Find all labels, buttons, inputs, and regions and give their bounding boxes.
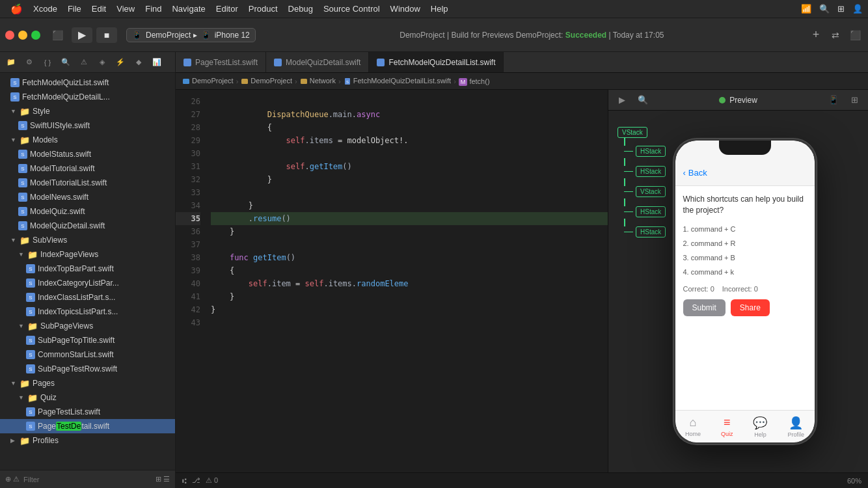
submit-button[interactable]: Submit — [683, 299, 726, 316]
line-numbers: 26 27 28 29 30 31 32 33 34 35 36 37 38 3… — [176, 90, 206, 472]
bc-demoproject-2[interactable]: DemoProject — [241, 77, 292, 85]
minimize-button[interactable] — [18, 31, 27, 40]
tab-file-icon — [274, 59, 282, 66]
settings-preview-icon[interactable]: ⊞ — [846, 93, 863, 107]
sidebar-toggle-icon[interactable]: ⬛ — [49, 27, 65, 43]
list-item[interactable]: ▼ 📁 SubViews — [0, 233, 175, 247]
list-item[interactable]: S IndexClassListPart.s... — [0, 290, 175, 305]
menu-find[interactable]: Find — [140, 3, 167, 15]
breakpoint-nav-icon[interactable]: ◆ — [130, 55, 147, 70]
code-line: } — [211, 290, 608, 303]
filter-input[interactable] — [23, 476, 152, 483]
menu-edit[interactable]: Edit — [87, 3, 111, 15]
menu-right-icons: 📶 🔍 ⊞ 👤 — [801, 4, 863, 14]
bc-method[interactable]: M fetch() — [459, 77, 490, 85]
menu-product[interactable]: Product — [243, 3, 283, 15]
tab-home[interactable]: ⌂ Home — [685, 416, 701, 437]
test-nav-icon[interactable]: ◈ — [94, 55, 111, 70]
maximize-button[interactable] — [31, 31, 40, 40]
menu-window[interactable]: Window — [385, 3, 426, 15]
inspect-icon[interactable]: 🔍 — [634, 93, 651, 107]
tab-file-icon — [183, 59, 191, 66]
list-item[interactable]: ▼ 📁 Pages — [0, 376, 175, 390]
menu-file[interactable]: File — [62, 3, 87, 15]
list-item[interactable]: S ModelNews.swift — [0, 190, 175, 204]
list-item[interactable]: ▼ 📁 Quiz — [0, 390, 175, 405]
issue-nav-icon[interactable]: ⚠ — [75, 55, 92, 70]
bc-file[interactable]: S FetchModelQuizDetailList.swift — [344, 77, 451, 85]
debug-nav-icon[interactable]: ⚡ — [112, 55, 129, 70]
menu-help[interactable]: Help — [426, 3, 454, 15]
menu-debug[interactable]: Debug — [283, 3, 318, 15]
back-button[interactable]: ‹ Back — [683, 168, 707, 178]
content-area: 📁 ⚙ { } 🔍 ⚠ ◈ ⚡ ◆ 📊 S FetchModelQuizList… — [0, 52, 868, 488]
tab-pagetestlist[interactable]: PageTestList.swift — [176, 52, 266, 72]
play-preview-icon[interactable]: ▶ — [614, 93, 631, 107]
device-selector[interactable]: 📱 DemoProject ▸ 📱 iPhone 12 — [126, 28, 256, 42]
list-item[interactable]: S SubPageTopTitle.swift — [0, 333, 175, 347]
menu-source-control[interactable]: Source Control — [318, 3, 385, 15]
tab-modelquizdetail[interactable]: ModelQuizDetail.swift — [266, 52, 369, 72]
tab-quiz[interactable]: ≡ Quiz — [721, 416, 733, 437]
folder-icon: 📁 — [20, 236, 30, 245]
preview-panel: ▶ 🔍 Preview 📱 ⊞ VStack — [608, 90, 868, 472]
list-item[interactable]: S FetchModelQuizDetailL... — [0, 90, 175, 104]
menu-editor[interactable]: Editor — [211, 3, 243, 15]
device-preview-icon[interactable]: 📱 — [825, 93, 842, 107]
list-item[interactable]: S IndexCategoryListPar... — [0, 276, 175, 290]
control-center-icon[interactable]: ⊞ — [837, 4, 845, 14]
run-button[interactable]: ▶ — [72, 27, 92, 43]
menu-xcode[interactable]: Xcode — [28, 3, 62, 15]
tab-fetchmodelquizdetaillist[interactable]: FetchModelQuizDetailList.swift — [369, 52, 504, 72]
list-item[interactable]: S ModelStatus.swift — [0, 147, 175, 161]
list-item[interactable]: S CommonStarList.swift — [0, 347, 175, 362]
source-control-nav-icon[interactable]: ⚙ — [21, 55, 38, 70]
bc-demoproject-1[interactable]: DemoProject — [182, 77, 234, 85]
chevron-down-icon: ▼ — [10, 237, 17, 243]
list-item[interactable]: S ModelTutorialList.swift — [0, 176, 175, 190]
file-tree: S FetchModelQuizList.swift S FetchModelQ… — [0, 73, 175, 470]
list-item[interactable]: S PageTestList.swift — [0, 405, 175, 419]
add-icon[interactable]: + — [808, 27, 824, 43]
folder-icon: 📁 — [20, 107, 30, 116]
list-item[interactable]: S FetchModelQuizList.swift — [0, 75, 175, 90]
swift-file-icon: S — [26, 264, 35, 273]
find-nav-icon[interactable]: 🔍 — [57, 55, 74, 70]
stop-button[interactable]: ■ — [96, 27, 117, 43]
quiz-option-1: 1. command + C — [683, 224, 807, 234]
sidebar-item-profiles[interactable]: ▶ 📁 Profiles — [0, 433, 175, 448]
share-button[interactable]: Share — [731, 299, 770, 316]
list-item[interactable]: S ModelQuiz.swift — [0, 204, 175, 219]
report-nav-icon[interactable]: 📊 — [148, 55, 165, 70]
panel-toggle-icon[interactable]: ⬛ — [847, 27, 863, 43]
code-editor[interactable]: 26 27 28 29 30 31 32 33 34 35 36 37 38 3… — [176, 90, 608, 472]
menu-view[interactable]: View — [111, 3, 140, 15]
issues-btn[interactable]: ⚠ 0 — [206, 476, 218, 485]
split-editor-icon[interactable]: ⇄ — [828, 27, 843, 43]
list-item[interactable]: ▼ 📁 IndexPageViews — [0, 247, 175, 262]
list-item[interactable]: S SwiftUIStyle.swift — [0, 118, 175, 133]
build-time: | Today at 17:05 — [609, 31, 664, 40]
swift-file-icon: S — [18, 178, 27, 187]
list-item[interactable]: S PageTestDetail.swift — [0, 419, 175, 433]
close-button[interactable] — [5, 31, 14, 40]
list-item[interactable]: ▼ 📁 Models — [0, 133, 175, 147]
list-item[interactable]: S ModelQuizDetail.swift — [0, 219, 175, 233]
code-text[interactable]: DispatchQueue.main.async { self.items = … — [206, 90, 608, 472]
build-status: Succeeded — [565, 31, 606, 40]
list-item[interactable]: S SubPageTestRow.swift — [0, 362, 175, 376]
file-navigator-icon[interactable]: 📁 — [3, 55, 20, 70]
menu-navigate[interactable]: Navigate — [167, 3, 210, 15]
apple-menu[interactable]: 🍎 — [5, 3, 28, 15]
list-item[interactable]: ▼ 📁 SubPageViews — [0, 319, 175, 333]
list-item[interactable]: ▼ 📁 Style — [0, 104, 175, 118]
incorrect-score: Incorrect: 0 — [722, 285, 758, 293]
bc-network[interactable]: Network — [300, 77, 336, 85]
tab-profile[interactable]: 👤 Profile — [787, 416, 804, 438]
list-item[interactable]: S IndexTopicsListPart.s... — [0, 305, 175, 319]
list-item[interactable]: S ModelTutorial.swift — [0, 161, 175, 176]
tab-help[interactable]: 💬 Help — [753, 416, 767, 438]
list-item[interactable]: S IndexTopBarPart.swift — [0, 262, 175, 276]
symbol-nav-icon[interactable]: { } — [39, 55, 56, 70]
search-menu-icon[interactable]: 🔍 — [819, 4, 830, 14]
